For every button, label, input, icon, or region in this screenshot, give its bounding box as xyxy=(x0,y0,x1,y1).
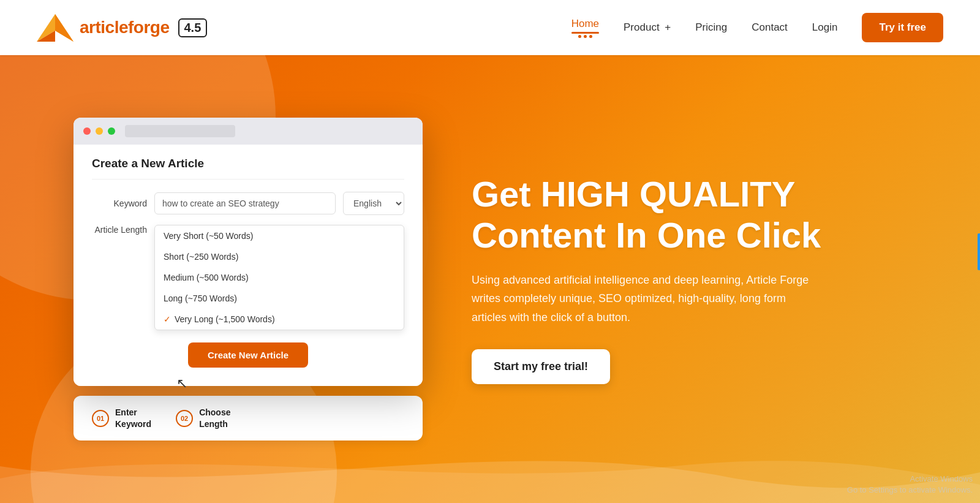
browser-dot-yellow xyxy=(96,127,103,135)
length-option-1[interactable]: Very Short (~50 Words) xyxy=(155,225,404,246)
length-option-2[interactable]: Short (~250 Words) xyxy=(155,246,404,267)
nav-login[interactable]: Login xyxy=(812,21,838,34)
article-length-row: Article Length Very Short (~50 Words) Sh… xyxy=(92,225,404,330)
nav-contact[interactable]: Contact xyxy=(752,21,788,34)
browser-dot-red xyxy=(83,127,91,135)
browser-dot-green xyxy=(108,127,115,135)
step-1: 01 EnterKeyword xyxy=(92,407,151,429)
hero-wave xyxy=(0,429,980,503)
logo[interactable]: articleforge 4.5 xyxy=(37,11,207,45)
main-nav: Home Product + Pricing Contact Login Try… xyxy=(571,13,943,42)
svg-marker-2 xyxy=(55,14,74,42)
language-select[interactable]: English xyxy=(343,192,404,215)
hero-heading: Get HIGH QUALITY Content In One Click xyxy=(472,174,931,255)
form-title: Create a New Article xyxy=(92,157,404,180)
hero-subtext: Using advanced artificial intelligence a… xyxy=(472,271,815,327)
hero-text-area: Get HIGH QUALITY Content In One Click Us… xyxy=(423,174,931,384)
step-2-text: ChooseLength xyxy=(199,407,230,429)
browser-address-bar xyxy=(125,125,235,137)
keyword-row: Keyword English xyxy=(92,192,404,215)
create-btn-row: Create New Article xyxy=(92,342,404,368)
nav-product[interactable]: Product + xyxy=(624,21,671,34)
try-free-button[interactable]: Try it free xyxy=(862,13,943,42)
create-article-button[interactable]: Create New Article xyxy=(188,342,308,368)
keyword-label: Keyword xyxy=(92,199,147,208)
nav-pricing[interactable]: Pricing xyxy=(695,21,727,34)
check-icon: ✓ xyxy=(164,314,171,324)
browser-bar xyxy=(74,118,423,145)
free-trial-button[interactable]: Start my free trial! xyxy=(472,349,610,384)
mock-browser: Create a New Article Keyword English Art… xyxy=(74,118,423,386)
length-option-3[interactable]: Medium (~500 Words) xyxy=(155,267,404,288)
scroll-indicator[interactable] xyxy=(978,233,980,270)
nav-home[interactable]: Home xyxy=(571,18,599,38)
dropdown-menu: Very Short (~50 Words) Short (~250 Words… xyxy=(154,225,404,330)
logo-icon xyxy=(37,11,74,45)
steps-bar: 01 EnterKeyword 02 ChooseLength xyxy=(74,396,423,440)
article-length-label: Article Length xyxy=(92,225,147,235)
header: articleforge 4.5 Home Product + Pricing … xyxy=(0,0,980,55)
logo-version: 4.5 xyxy=(178,18,208,37)
step-1-number: 01 xyxy=(92,410,109,427)
length-dropdown[interactable]: Very Short (~50 Words) Short (~250 Words… xyxy=(154,225,404,330)
length-option-5[interactable]: ✓ Very Long (~1,500 Words) xyxy=(155,309,404,330)
windows-watermark: Activate Windows Go to Settings to activ… xyxy=(847,474,973,496)
browser-content: Create a New Article Keyword English Art… xyxy=(74,145,423,386)
hero-section: Create a New Article Keyword English Art… xyxy=(0,55,980,503)
cursor-indicator: ↖ xyxy=(176,376,187,391)
length-option-4[interactable]: Long (~750 Words) xyxy=(155,288,404,309)
logo-text: articleforge xyxy=(80,18,170,37)
mock-browser-container: Create a New Article Keyword English Art… xyxy=(74,118,423,440)
step-2: 02 ChooseLength xyxy=(176,407,230,429)
step-2-number: 02 xyxy=(176,410,193,427)
step-1-text: EnterKeyword xyxy=(115,407,151,429)
keyword-input[interactable] xyxy=(154,192,336,214)
